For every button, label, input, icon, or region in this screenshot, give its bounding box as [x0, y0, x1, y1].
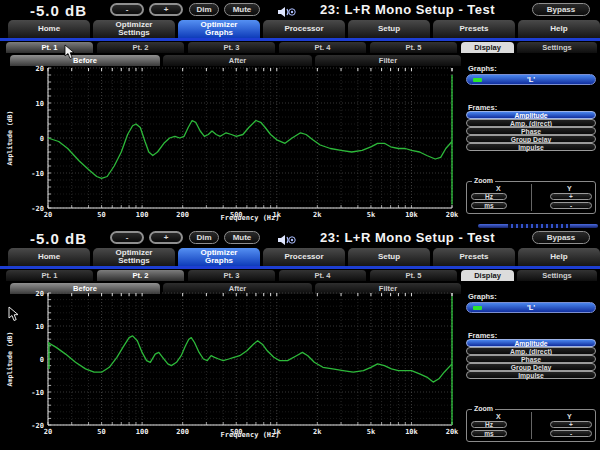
zoom-legend: Zoom [472, 405, 495, 412]
svg-text:10k: 10k [405, 428, 418, 436]
frame-button-amplitude[interactable]: Amplitude [466, 339, 596, 347]
graph-channel-selector[interactable]: 'L' [466, 302, 596, 313]
svg-text:10: 10 [36, 100, 44, 108]
zoom-y-plus-button[interactable]: + [550, 193, 592, 200]
zoom-divider [531, 184, 532, 211]
svg-text:50: 50 [97, 428, 105, 436]
svg-text:2k: 2k [313, 211, 322, 219]
frame-button-amp-direct[interactable]: Amp. (direct) [466, 347, 596, 355]
zoom-x-label: X [496, 413, 501, 420]
zoom-ms-button[interactable]: ms [471, 202, 507, 209]
svg-text:0: 0 [40, 356, 44, 364]
frame-button-phase[interactable]: Phase [466, 127, 596, 135]
svg-text:Amplitude (dB): Amplitude (dB) [6, 111, 14, 166]
zoom-y-plus-button[interactable]: + [550, 421, 592, 428]
frame-button-amp-direct[interactable]: Amp. (direct) [466, 119, 596, 127]
svg-text:20: 20 [44, 211, 52, 219]
svg-text:100: 100 [136, 211, 149, 219]
channel-led-indicator [473, 306, 482, 311]
zoom-x-label: X [496, 185, 501, 192]
svg-text:10k: 10k [405, 211, 418, 219]
svg-text:100: 100 [136, 428, 149, 436]
zoom-y-minus-button[interactable]: - [550, 202, 592, 209]
frame-button-impulse[interactable]: Impulse [466, 371, 596, 379]
svg-text:20k: 20k [446, 428, 459, 436]
frame-button-amplitude[interactable]: Amplitude [466, 111, 596, 119]
zoom-ms-button[interactable]: ms [471, 430, 507, 437]
zoom-y-minus-button[interactable]: - [550, 430, 592, 437]
svg-text:200: 200 [176, 211, 189, 219]
zoom-hz-button[interactable]: Hz [471, 421, 507, 428]
svg-text:20: 20 [44, 428, 52, 436]
svg-text:10: 10 [36, 323, 44, 331]
channel-led-indicator [473, 78, 482, 83]
svg-text:20k: 20k [446, 211, 459, 219]
svg-text:0: 0 [40, 135, 44, 143]
graphs-label: Graphs: [468, 292, 497, 301]
svg-text:Frequency (Hz): Frequency (Hz) [220, 431, 279, 439]
zoom-hz-button[interactable]: Hz [471, 193, 507, 200]
zoom-y-label: Y [567, 185, 572, 192]
zoom-legend: Zoom [472, 177, 495, 184]
svg-text:Frequency (Hz): Frequency (Hz) [220, 214, 279, 222]
graphs-label: Graphs: [468, 64, 497, 73]
zoom-y-label: Y [567, 413, 572, 420]
zoom-divider [531, 412, 532, 439]
svg-text:-10: -10 [31, 389, 44, 397]
optimizer-window-2: -5.0 dB - + Dim Mute 23: L+R Mono Setup … [0, 228, 600, 450]
svg-text:20: 20 [36, 65, 44, 73]
svg-text:Amplitude (dB): Amplitude (dB) [6, 332, 14, 387]
frame-button-group-delay[interactable]: Group Delay [466, 363, 596, 371]
svg-text:20: 20 [36, 290, 44, 298]
svg-text:5k: 5k [367, 211, 376, 219]
graph-channel-selector[interactable]: 'L' [466, 74, 596, 85]
optimizer-window-1: -5.0 dB - + Dim Mute 23: L+R Mono Setup … [0, 0, 600, 228]
svg-text:2k: 2k [313, 428, 322, 436]
frame-button-phase[interactable]: Phase [466, 355, 596, 363]
svg-text:5k: 5k [367, 428, 376, 436]
frame-button-impulse[interactable]: Impulse [466, 143, 596, 151]
svg-text:-10: -10 [31, 170, 44, 178]
frame-button-group-delay[interactable]: Group Delay [466, 135, 596, 143]
svg-text:-20: -20 [31, 205, 44, 213]
svg-text:50: 50 [97, 211, 105, 219]
svg-text:-20: -20 [31, 422, 44, 430]
svg-text:200: 200 [176, 428, 189, 436]
